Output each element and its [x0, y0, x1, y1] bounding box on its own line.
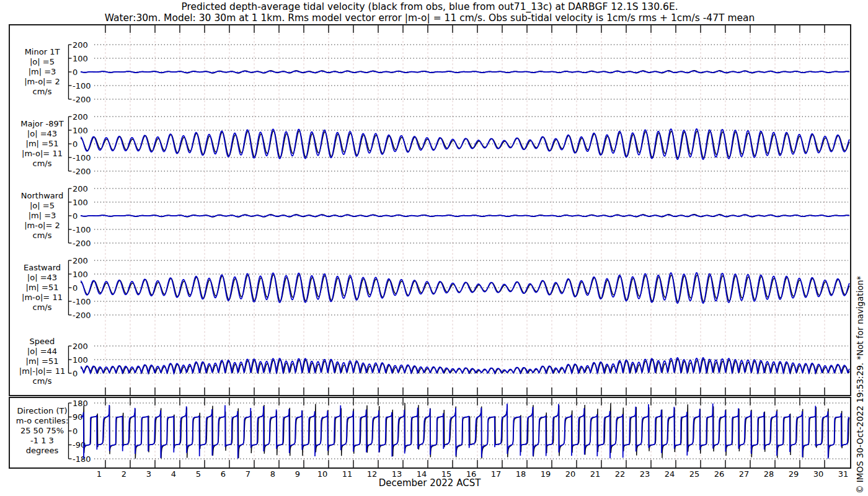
panel-label-line: degrees: [5, 446, 79, 456]
panel-label-line: |o| =44: [5, 347, 79, 356]
minor-panel-model-curve: [81, 71, 849, 73]
day-gridlines: [105, 26, 825, 467]
panel-label-line: -1 1 3: [5, 436, 79, 446]
panel-label-line: Minor 1T: [5, 47, 79, 57]
panel-label-line: |m-o|= 11: [5, 149, 79, 159]
panel-label-line: cm/s: [5, 159, 79, 169]
panel-label-line: cm/s: [5, 376, 79, 386]
panel-label-line: 25 50 75%: [5, 426, 79, 436]
plot-boxes: [9, 25, 851, 468]
panel-label-northward: Northward |o| =5 |m| =3 |m-o|= 2 cm/s: [5, 191, 79, 241]
panel-label-line: |m| =51: [5, 139, 79, 149]
panel-label-line: |o| =43: [5, 129, 79, 139]
panel-label-line: |m|-|o|= 11: [5, 366, 79, 376]
panel-label-line: |m-o|= 2: [5, 221, 79, 231]
panel-label-line: |m| =3: [5, 211, 79, 221]
panel-label-major: Major -89T |o| =43 |m| =51 |m-o|= 11 cm/…: [5, 119, 79, 169]
panel-label-minor: Minor 1T |o| =5 |m| =3 |m-o|= 2 cm/s: [5, 47, 79, 97]
panel-label-direction: Direction (T) m-o centiles: 25 50 75% -1…: [5, 406, 79, 456]
panel-label-line: cm/s: [5, 303, 79, 312]
eastward-panel-obs-curve: [81, 275, 849, 302]
northward-panel-model-curve: [81, 215, 849, 216]
copyright-watermark: © IMOS 30-Oct-2022 19:53:29. *Not for na…: [855, 276, 865, 494]
panel-label-line: Major -89T: [5, 119, 79, 129]
panel-axes: 2001000-100-2002001000-100-2002001000-10…: [69, 40, 849, 464]
plot-title-line2: Water:30m. Model: 30 30m at 1 1km. Rms m…: [0, 12, 859, 24]
panel-label-line: Direction (T): [5, 406, 79, 416]
panel-label-line: |m| =3: [5, 67, 79, 77]
tidal-velocity-plot: 2001000-100-2002001000-100-2002001000-10…: [0, 0, 868, 496]
panel-label-line: cm/s: [5, 87, 79, 97]
panel-label-line: Northward: [5, 191, 79, 201]
panel-label-line: Speed: [5, 337, 79, 347]
x-axis-title: December 2022 ACST: [0, 477, 859, 489]
panel-label-line: |m| =51: [5, 356, 79, 366]
speed-panel: [81, 358, 849, 373]
panel-label-line: Eastward: [5, 263, 79, 273]
day-edge-ticks: [105, 25, 825, 467]
panel-label-line: |m-o|= 2: [5, 77, 79, 87]
minor-panel: [81, 71, 849, 73]
northward-panel: [81, 215, 849, 217]
panel-label-line: |o| =43: [5, 273, 79, 283]
panel-label-line: |o| =5: [5, 57, 79, 67]
panel-label-line: m-o centiles:: [5, 416, 79, 426]
panel-label-speed: Speed |o| =44 |m| =51 |m|-|o|= 11 cm/s: [5, 337, 79, 386]
plot-title-line1: Predicted depth-average tidal velocity (…: [0, 1, 859, 12]
panel-label-line: |m| =51: [5, 283, 79, 293]
panel-label-line: |o| =5: [5, 201, 79, 211]
panel-label-line: |m-o|= 11: [5, 293, 79, 303]
panel-label-line: cm/s: [5, 231, 79, 241]
major-panel-obs-curve: [81, 131, 849, 158]
panel-label-eastward: Eastward |o| =43 |m| =51 |m-o|= 11 cm/s: [5, 263, 79, 312]
